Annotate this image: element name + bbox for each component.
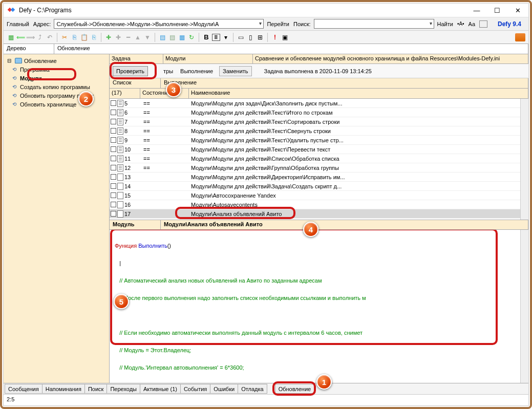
minimize-button[interactable]: — xyxy=(470,5,483,15)
font-size-button[interactable]: •A• xyxy=(456,21,465,27)
table-row[interactable]: 11==Модули\Модули для действий\Список\Об… xyxy=(110,154,528,163)
table-row[interactable]: 17Модули\Анализ объявлений Авито xyxy=(110,209,528,219)
tab-list[interactable]: Список xyxy=(110,78,161,88)
address-combo[interactable]: Служебный->Обновление->Модули->Выполнени… xyxy=(54,19,264,29)
tab-exec[interactable]: Выполнение xyxy=(161,78,528,88)
up-icon[interactable]: ⤴ xyxy=(36,33,44,41)
checkbox[interactable] xyxy=(111,156,116,161)
bottom-tab[interactable]: Сообщения xyxy=(5,384,42,394)
bottom-tab[interactable]: События xyxy=(180,384,210,394)
checkbox[interactable] xyxy=(111,100,116,106)
play-icon[interactable]: ▣ xyxy=(281,33,289,41)
paste-icon[interactable]: 📋 xyxy=(80,33,88,41)
new-icon[interactable]: ▦ xyxy=(7,33,15,41)
table-row[interactable]: 8==Модули\Модули для действий\Текст\Свер… xyxy=(110,126,528,136)
view2-icon[interactable]: ▯ xyxy=(246,33,254,41)
code-scrollbar[interactable] xyxy=(520,230,528,383)
bold-icon[interactable]: В xyxy=(202,33,210,41)
doc-icon xyxy=(117,100,123,107)
callout-1: 1 xyxy=(316,374,332,390)
remove-icon[interactable]: ━ xyxy=(124,33,132,41)
doc1-icon[interactable]: ▤ xyxy=(158,33,166,41)
find-button[interactable]: Найти xyxy=(436,21,454,27)
bottom-tab[interactable]: Активные (1) xyxy=(140,384,181,394)
doc-icon xyxy=(117,201,123,208)
bottom-tab[interactable]: Ошибки xyxy=(210,384,238,394)
go-button[interactable]: Перейти xyxy=(266,21,290,27)
checkbox[interactable] xyxy=(111,119,116,124)
checkbox[interactable] xyxy=(111,202,116,207)
table-row[interactable]: 6==Модули\Модули для действий\Текст\Итог… xyxy=(110,108,528,117)
movedown-icon[interactable]: ▼ xyxy=(143,33,152,41)
doc-icon xyxy=(117,127,123,135)
table-row[interactable]: 10==Модули\Модули для действий\Текст\Пер… xyxy=(110,145,528,154)
tree-item-modules[interactable]: ⟲Модули xyxy=(5,74,108,82)
task-modules: Модули xyxy=(163,54,253,63)
bottom-tab[interactable]: Отладка xyxy=(238,384,267,394)
bottom-tab[interactable]: Напоминания xyxy=(42,384,85,394)
help-icon[interactable] xyxy=(515,33,525,41)
callout-3: 3 xyxy=(166,82,181,97)
add-icon[interactable]: ✚ xyxy=(104,33,113,41)
doc2-icon[interactable]: ▤ xyxy=(168,33,176,41)
refresh-icon[interactable]: ↻ xyxy=(187,33,196,41)
view1-icon[interactable]: ▭ xyxy=(237,33,245,41)
checkbox[interactable] xyxy=(111,165,116,170)
grid-icon[interactable]: ⊞ xyxy=(256,33,264,41)
align-icon[interactable]: ≣ xyxy=(212,34,220,41)
reply-icon[interactable]: ↶ xyxy=(46,33,54,41)
case-button[interactable]: Aa xyxy=(467,21,476,27)
col-state[interactable]: Состояние xyxy=(140,89,189,98)
code-editor[interactable]: Функция Выполнить() | // Автоматический … xyxy=(110,230,528,383)
checkbox[interactable] xyxy=(111,137,116,143)
check-button[interactable]: Проверить xyxy=(113,66,148,76)
alert-icon[interactable]: ! xyxy=(271,33,279,41)
close-button[interactable]: ✕ xyxy=(511,5,524,15)
checkbox[interactable] xyxy=(111,110,116,115)
module-list[interactable]: 5==Модули\Модули для задач\Диск\Заполнит… xyxy=(110,99,528,220)
task-label: Задача xyxy=(110,54,163,63)
brand-link[interactable]: Defy 9.4 xyxy=(493,20,526,28)
maximize-button[interactable]: ☐ xyxy=(491,5,504,15)
main-label[interactable]: Главный xyxy=(6,21,30,27)
bottom-tab[interactable]: Поиск xyxy=(84,384,107,394)
bottom-tab[interactable]: Переходы xyxy=(107,384,140,394)
col-count[interactable]: (17) xyxy=(110,89,140,98)
checkbox[interactable] xyxy=(111,174,116,180)
table-row[interactable]: 5==Модули\Модули для задач\Диск\Заполнит… xyxy=(110,99,528,108)
moveup-icon[interactable]: ▲ xyxy=(134,33,142,41)
collapse-icon[interactable]: ⊟ xyxy=(6,57,13,64)
replace-button[interactable]: Заменить xyxy=(219,66,251,76)
doc-icon xyxy=(117,155,123,162)
checkbox[interactable] xyxy=(111,146,116,152)
back-icon[interactable]: ⟸ xyxy=(16,33,25,41)
props-icon[interactable]: ▦ xyxy=(178,33,186,41)
table-row[interactable]: 9==Модули\Модули для действий\Текст\Удал… xyxy=(110,136,528,145)
checkbox[interactable] xyxy=(111,128,116,134)
table-row[interactable]: 16Модули\Autosavecontents xyxy=(110,200,528,209)
add2-icon[interactable]: ✚ xyxy=(114,33,122,41)
exec-label[interactable]: Выполнение xyxy=(176,68,217,74)
tree-root[interactable]: ⊟ Обновление xyxy=(5,56,108,65)
forward-icon[interactable]: ⟹ xyxy=(26,33,34,41)
copy-icon[interactable]: ⎘ xyxy=(70,33,78,41)
table-row[interactable]: 14Модули\Модули для действий\Задача\Созд… xyxy=(110,182,528,191)
tree-item-copy[interactable]: ⟲Создать копию программы xyxy=(5,82,108,91)
table-row[interactable]: 15Модули\Автосохранение Yandex xyxy=(110,191,528,200)
table-row[interactable]: 7==Модули\Модули для действий\Текст\Сорт… xyxy=(110,117,528,126)
table-row[interactable]: 13Модули\Модули для действий\Директория\… xyxy=(110,173,528,182)
params-label[interactable]: тры xyxy=(162,68,174,74)
tab-update[interactable]: Обновление xyxy=(275,384,315,394)
checkbox[interactable] xyxy=(111,183,116,189)
col-name[interactable]: Наименование xyxy=(189,89,528,98)
copy2-icon[interactable]: ⎘ xyxy=(90,33,98,41)
tree-item-program[interactable]: ⟲Программа xyxy=(5,65,108,74)
search-combo[interactable] xyxy=(314,19,434,29)
toggle-icon[interactable] xyxy=(479,20,487,28)
cut-icon[interactable]: ✂ xyxy=(60,33,69,41)
scrollbar[interactable] xyxy=(520,99,528,220)
checkbox[interactable] xyxy=(111,211,116,217)
dropdown-icon[interactable]: ▾ xyxy=(222,33,230,41)
table-row[interactable]: 12==Модули\Модули для действий\Группа\Об… xyxy=(110,163,528,173)
checkbox[interactable] xyxy=(111,192,116,198)
